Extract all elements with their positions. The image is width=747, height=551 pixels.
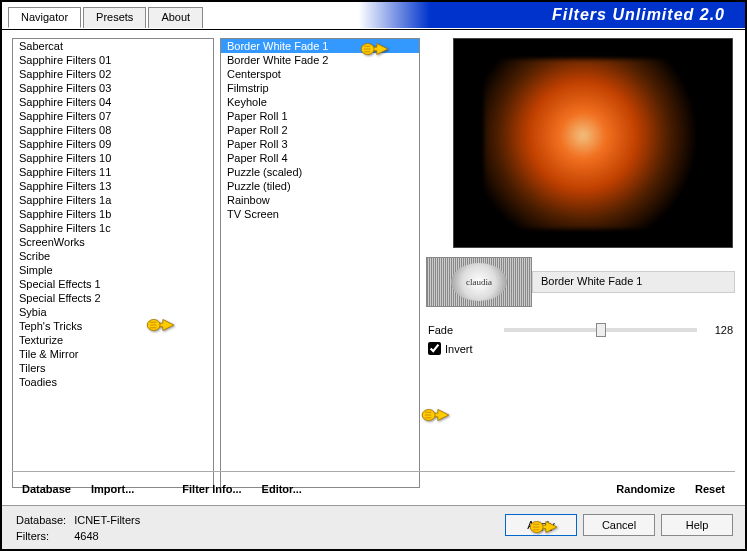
import-button[interactable]: Import... [81, 479, 144, 499]
fade-value: 128 [703, 324, 733, 336]
list-item[interactable]: Scribe [13, 249, 213, 263]
app-title: Filters Unlimited 2.0 [552, 6, 725, 24]
list-item[interactable]: Tile & Mirror [13, 347, 213, 361]
list-item[interactable]: Puzzle (tiled) [221, 179, 419, 193]
list-item[interactable]: Sapphire Filters 02 [13, 67, 213, 81]
tab-about[interactable]: About [148, 7, 203, 28]
list-item[interactable]: Sapphire Filters 08 [13, 123, 213, 137]
list-item[interactable]: Sapphire Filters 09 [13, 137, 213, 151]
list-item[interactable]: Special Effects 1 [13, 277, 213, 291]
invert-checkbox[interactable] [428, 342, 441, 355]
db-label: Database: [16, 513, 72, 527]
db-value: ICNET-Filters [74, 513, 140, 527]
help-button[interactable]: Help [661, 514, 733, 536]
filters-label: Filters: [16, 529, 72, 543]
list-item[interactable]: Teph's Tricks [13, 319, 213, 333]
list-item[interactable]: Sapphire Filters 1b [13, 207, 213, 221]
tab-bar: Navigator Presets About [8, 7, 205, 28]
filters-value: 4648 [74, 529, 140, 543]
cancel-button[interactable]: Cancel [583, 514, 655, 536]
filter-info-button[interactable]: Filter Info... [172, 479, 251, 499]
list-item[interactable]: Sybia [13, 305, 213, 319]
footer-info: Database:ICNET-Filters Filters:4648 [14, 511, 142, 545]
list-item[interactable]: ScreenWorks [13, 235, 213, 249]
tab-presets[interactable]: Presets [83, 7, 146, 28]
list-item[interactable]: Paper Roll 1 [221, 109, 419, 123]
filter-title: Border White Fade 1 [532, 271, 735, 293]
list-item[interactable]: Border White Fade 1 [221, 39, 419, 53]
preview-image [453, 38, 733, 248]
list-item[interactable]: TV Screen [221, 207, 419, 221]
database-button[interactable]: Database [12, 479, 81, 499]
list-item[interactable]: Paper Roll 3 [221, 137, 419, 151]
list-item[interactable]: Filmstrip [221, 81, 419, 95]
list-item[interactable]: Sapphire Filters 1a [13, 193, 213, 207]
fade-label: Fade [428, 324, 498, 336]
footer-buttons: Apply Cancel Help [505, 514, 733, 536]
list-item[interactable]: Toadies [13, 375, 213, 389]
apply-button[interactable]: Apply [505, 514, 577, 536]
randomize-button[interactable]: Randomize [606, 479, 685, 499]
invert-row: Invert [426, 340, 735, 357]
list-item[interactable]: Sapphire Filters 07 [13, 109, 213, 123]
list-item[interactable]: Keyhole [221, 95, 419, 109]
list-item[interactable]: Sapphire Filters 01 [13, 53, 213, 67]
fade-slider-thumb[interactable] [596, 323, 606, 337]
list-item[interactable]: Rainbow [221, 193, 419, 207]
list-item[interactable]: Texturize [13, 333, 213, 347]
fade-slider-row: Fade 128 [426, 320, 735, 340]
list-item[interactable]: Sabercat [13, 39, 213, 53]
footer: Database:ICNET-Filters Filters:4648 Appl… [2, 505, 745, 549]
list-item[interactable]: Border White Fade 2 [221, 53, 419, 67]
header: Navigator Presets About Filters Unlimite… [2, 2, 745, 30]
fade-slider[interactable] [504, 328, 697, 332]
category-list: SabercatSapphire Filters 01Sapphire Filt… [12, 38, 214, 488]
category-list-scroll[interactable]: SabercatSapphire Filters 01Sapphire Filt… [13, 39, 213, 487]
list-item[interactable]: Simple [13, 263, 213, 277]
list-item[interactable]: Tilers [13, 361, 213, 375]
list-item[interactable]: Centerspot [221, 67, 419, 81]
parameter-panel: claudia Border White Fade 1 Fade 128 Inv… [426, 254, 735, 357]
list-item[interactable]: Sapphire Filters 03 [13, 81, 213, 95]
list-item[interactable]: Paper Roll 4 [221, 151, 419, 165]
list-item[interactable]: Sapphire Filters 11 [13, 165, 213, 179]
list-item[interactable]: Puzzle (scaled) [221, 165, 419, 179]
reset-button[interactable]: Reset [685, 479, 735, 499]
list-item[interactable]: Paper Roll 2 [221, 123, 419, 137]
filter-list[interactable]: Border White Fade 1Border White Fade 2Ce… [220, 38, 420, 488]
stamp-label: claudia [451, 263, 507, 301]
editor-button[interactable]: Editor... [252, 479, 312, 499]
preview-content [484, 59, 704, 229]
list-item[interactable]: Special Effects 2 [13, 291, 213, 305]
invert-label: Invert [445, 343, 473, 355]
list-item[interactable]: Sapphire Filters 1c [13, 221, 213, 235]
button-bar: Database Import... Filter Info... Editor… [12, 471, 735, 499]
tab-navigator[interactable]: Navigator [8, 7, 81, 28]
list-item[interactable]: Sapphire Filters 13 [13, 179, 213, 193]
author-stamp: claudia [426, 257, 532, 307]
right-panel: claudia Border White Fade 1 Fade 128 Inv… [426, 38, 735, 492]
title-banner: Filters Unlimited 2.0 [325, 2, 745, 28]
list-item[interactable]: Sapphire Filters 04 [13, 95, 213, 109]
main-area: SabercatSapphire Filters 01Sapphire Filt… [2, 30, 745, 492]
list-item[interactable]: Sapphire Filters 10 [13, 151, 213, 165]
